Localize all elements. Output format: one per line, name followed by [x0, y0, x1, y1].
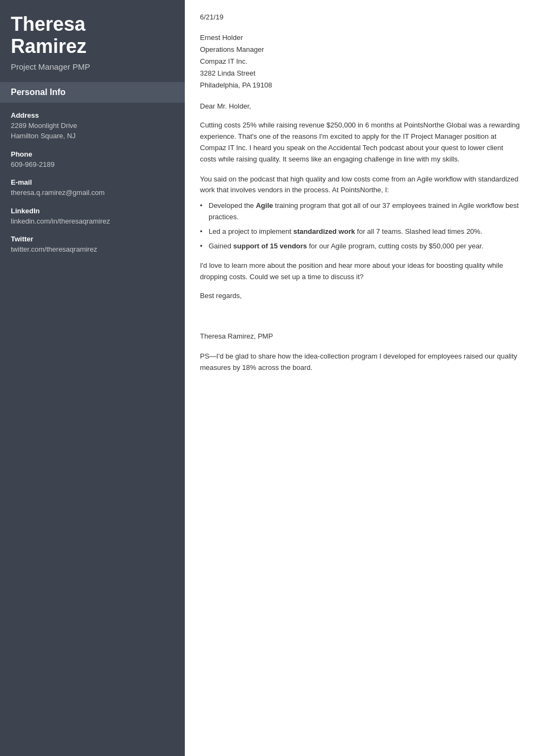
- bullet-item-2: Led a project to implement standardized …: [200, 226, 520, 238]
- address-item: Address 2289 Moonlight Drive Hamilton Sq…: [11, 111, 174, 141]
- letter-body: 6/21/19 Ernest Holder Operations Manager…: [185, 0, 535, 756]
- bullet-item-3: Gained support of 15 vendors for our Agi…: [200, 241, 520, 252]
- phone-label: Phone: [11, 150, 174, 158]
- address-label: Address: [11, 111, 174, 119]
- personal-info-heading: Personal Info: [0, 82, 185, 103]
- letter-date: 6/21/19: [200, 13, 520, 21]
- bullet2-post: for all 7 teams. Slashed lead times 20%.: [355, 227, 483, 235]
- paragraph-3: I'd love to learn more about the positio…: [200, 260, 520, 283]
- greeting: Dear Mr. Holder,: [200, 102, 520, 110]
- sidebar: Theresa Ramirez Project Manager PMP Pers…: [0, 0, 185, 756]
- candidate-title: Project Manager PMP: [11, 62, 174, 71]
- address-line2: Hamilton Square, NJ: [11, 131, 174, 141]
- linkedin-value: linkedin.com/in/theresaqramirez: [11, 216, 174, 227]
- linkedin-label: LinkedIn: [11, 207, 174, 215]
- bullet1-pre: Developed the: [209, 201, 256, 210]
- signature: Theresa Ramirez, PMP: [200, 332, 520, 340]
- recipient-address: 3282 Linda Street: [200, 68, 520, 79]
- recipient-company: Compaz IT Inc.: [200, 56, 520, 68]
- postscript: PS—I'd be glad to share how the idea-col…: [200, 351, 520, 374]
- bullet3-pre: Gained: [209, 242, 233, 250]
- email-item: E-mail theresa.q.ramirez@gmail.com: [11, 178, 174, 198]
- twitter-label: Twitter: [11, 235, 174, 243]
- bullet2-bold: standardized work: [293, 227, 355, 235]
- candidate-name: Theresa Ramirez: [11, 13, 174, 58]
- paragraph-1: Cutting costs 25% while raising revenue …: [200, 120, 520, 165]
- phone-item: Phone 609-969-2189: [11, 150, 174, 170]
- bullet1-bold: Agile: [256, 201, 273, 210]
- bullet-list: Developed the Agile training program tha…: [200, 200, 520, 252]
- twitter-item: Twitter twitter.com/theresaqramirez: [11, 235, 174, 255]
- recipient-title: Operations Manager: [200, 44, 520, 56]
- phone-value: 609-969-2189: [11, 159, 174, 170]
- linkedin-item: LinkedIn linkedin.com/in/theresaqramirez: [11, 207, 174, 227]
- recipient-name: Ernest Holder: [200, 32, 520, 44]
- closing: Best regards,: [200, 292, 520, 300]
- email-value: theresa.q.ramirez@gmail.com: [11, 187, 174, 198]
- bullet2-pre: Led a project to implement: [209, 227, 293, 235]
- twitter-value: twitter.com/theresaqramirez: [11, 244, 174, 255]
- last-name: Ramirez: [11, 35, 86, 57]
- personal-info-body: Address 2289 Moonlight Drive Hamilton Sq…: [0, 103, 185, 272]
- bullet3-post: for our Agile program, cutting costs by …: [307, 242, 484, 250]
- address-line1: 2289 Moonlight Drive: [11, 120, 174, 131]
- recipient-city: Philadelphia, PA 19108: [200, 79, 520, 91]
- bullet3-bold: support of 15 vendors: [233, 242, 307, 250]
- recipient-block: Ernest Holder Operations Manager Compaz …: [200, 32, 520, 91]
- email-label: E-mail: [11, 178, 174, 186]
- first-name: Theresa: [11, 13, 85, 35]
- paragraph-2-intro: You said on the podcast that high qualit…: [200, 174, 520, 197]
- sidebar-header: Theresa Ramirez Project Manager PMP: [0, 0, 185, 82]
- bullet-item-1: Developed the Agile training program tha…: [200, 200, 520, 223]
